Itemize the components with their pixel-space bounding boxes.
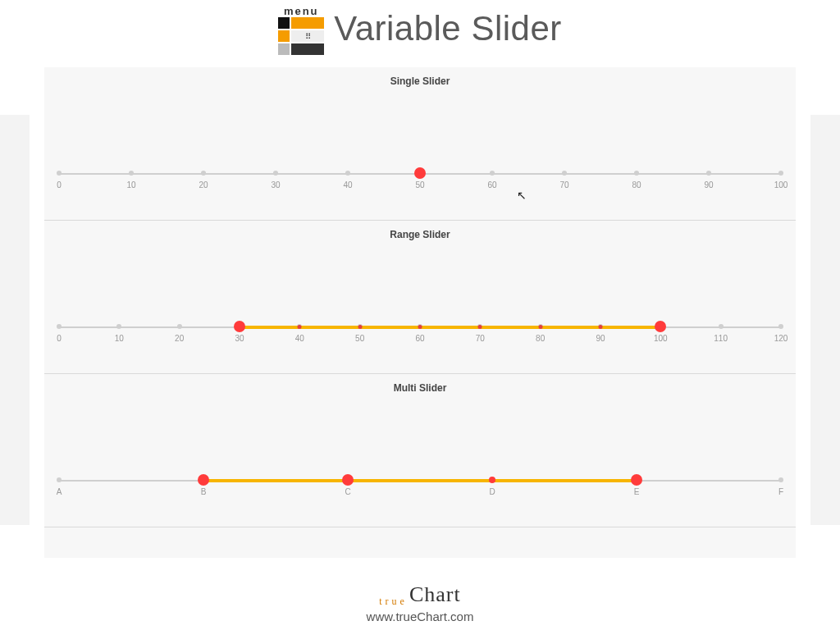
side-decor-right	[810, 115, 840, 525]
section-title: Multi Slider	[44, 374, 796, 399]
slider-inner-tick	[298, 325, 302, 329]
slider-tick	[562, 171, 567, 176]
slider-tick-label: 40	[343, 180, 352, 189]
slider-tick-label: 10	[126, 180, 135, 189]
slider-tick	[706, 171, 711, 176]
slider-tick-label: 90	[596, 334, 605, 343]
slider-tick-label: 70	[476, 334, 485, 343]
slider-tick-label: 0	[57, 180, 62, 189]
slider-tick	[778, 324, 783, 329]
header: menu ⠿ Variable Slider	[0, 0, 840, 52]
slider-tick-label: 60	[487, 180, 496, 189]
slider-tick-label: F	[778, 487, 783, 496]
slider-tick-label: 100	[774, 180, 788, 189]
slider-tick-label: 20	[199, 180, 208, 189]
range-slider-section: Range Slider 010203040506070809010011012…	[44, 221, 796, 374]
slider-tick-label: 60	[415, 334, 424, 343]
slider-tick	[57, 171, 62, 176]
slider-handle[interactable]	[198, 474, 209, 486]
slider-inner-tick	[358, 325, 362, 329]
multi-slider[interactable]: ABCDEF	[59, 472, 781, 489]
menu-icon: ⠿	[278, 17, 324, 52]
slider-tick	[778, 171, 783, 176]
slider-tick	[490, 171, 495, 176]
slider-inner-tick	[599, 325, 603, 329]
slider-tick-label: E	[634, 487, 640, 496]
multi-slider-section: Multi Slider ABCDEF	[44, 374, 796, 527]
slider-tick-label: 90	[704, 180, 713, 189]
slider-fill	[240, 326, 660, 329]
footer: trueChart www.trueChart.com	[0, 582, 840, 623]
slider-tick-label: 120	[774, 334, 788, 343]
slider-tick	[57, 477, 62, 482]
slider-handle[interactable]	[414, 167, 426, 179]
slider-handle[interactable]	[489, 477, 495, 483]
slider-tick-label: 30	[235, 334, 244, 343]
section-title: Single Slider	[44, 67, 796, 92]
slider-tick-label: 10	[115, 334, 124, 343]
brand-true: true	[379, 596, 408, 607]
slider-tick-label: D	[489, 487, 495, 496]
slider-handle[interactable]	[631, 474, 642, 486]
side-decor-left	[0, 115, 30, 525]
slider-fill	[203, 479, 637, 482]
slider-tick	[273, 171, 278, 176]
slider-tick-label: 80	[632, 180, 641, 189]
slider-tick	[129, 171, 134, 176]
slider-handle[interactable]	[234, 321, 245, 332]
slider-tick-label: 0	[57, 334, 62, 343]
slider-tick-label: 40	[295, 334, 304, 343]
slider-tick-label: 50	[355, 334, 364, 343]
slider-tick-label: B	[201, 487, 207, 496]
slider-tick	[177, 324, 182, 329]
slider-inner-tick	[478, 325, 482, 329]
slider-tick-label: 100	[654, 334, 668, 343]
slider-tick	[201, 171, 206, 176]
slider-tick-label: 110	[714, 334, 728, 343]
slider-inner-tick	[538, 325, 542, 329]
footer-url: www.trueChart.com	[0, 609, 840, 623]
menu-label: menu	[284, 5, 319, 17]
brand-chart: Chart	[409, 582, 461, 606]
single-slider-section: Single Slider 0102030405060708090100	[44, 67, 796, 221]
slider-handle[interactable]	[655, 321, 666, 332]
slider-tick-label: 70	[559, 180, 568, 189]
slider-tick	[116, 324, 121, 329]
slider-tick	[57, 324, 62, 329]
slider-tick	[719, 324, 724, 329]
slider-tick-label: C	[345, 487, 350, 496]
page-title: Variable Slider	[334, 9, 562, 48]
slider-tick	[778, 477, 783, 482]
slider-tick-label: 30	[271, 180, 280, 189]
slider-tick-label: 20	[175, 334, 184, 343]
slider-tick	[345, 171, 350, 176]
slider-handle[interactable]	[342, 474, 354, 486]
brand-logo: trueChart	[0, 582, 840, 608]
main-panel: Single Slider 0102030405060708090100 Ran…	[44, 67, 796, 558]
slider-tick-label: 80	[536, 334, 545, 343]
menu-block[interactable]: menu ⠿	[278, 5, 324, 52]
section-title: Range Slider	[44, 221, 796, 245]
range-slider[interactable]: 0102030405060708090100110120	[59, 319, 781, 336]
slider-tick	[634, 171, 639, 176]
slider-inner-tick	[418, 325, 422, 329]
slider-tick-label: A	[57, 487, 62, 496]
single-slider[interactable]: 0102030405060708090100	[59, 166, 781, 182]
slider-tick-label: 50	[415, 180, 424, 189]
